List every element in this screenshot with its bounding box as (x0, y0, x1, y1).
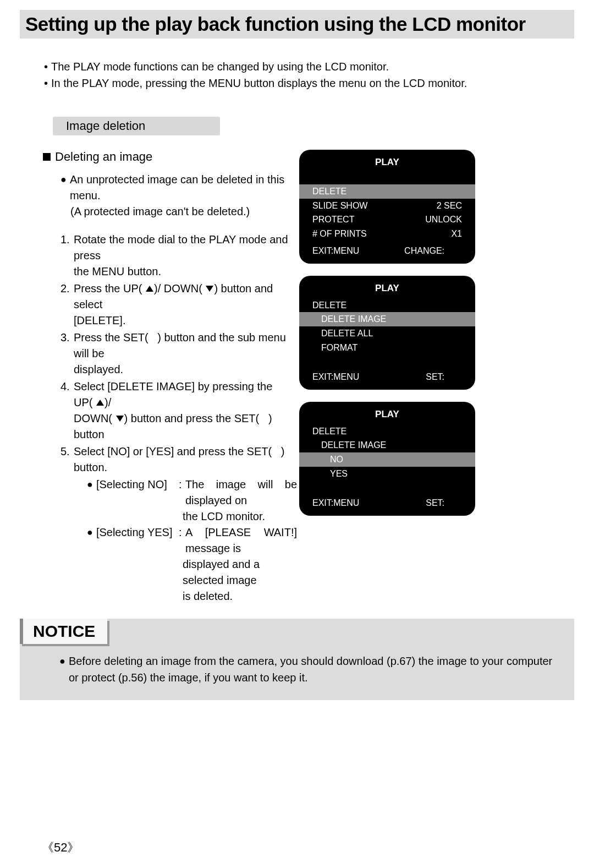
lcd-row: FORMAT (299, 341, 475, 355)
subheading: Deleting an image (43, 150, 297, 164)
up-triangle-icon (146, 286, 153, 292)
bullet-icon: ● (87, 477, 96, 509)
lcd-title: PLAY (299, 155, 475, 172)
intro-text-2: In the PLAY mode, pressing the MENU butt… (51, 75, 467, 91)
subpoint: ● An unprotected image can be deleted in… (61, 172, 297, 220)
step-text: Press the UP( )/ DOWN( ) button and sele… (74, 281, 297, 329)
step-text: Rotate the mode dial to the PLAY mode an… (74, 232, 297, 280)
up-triangle-icon (96, 400, 104, 406)
lcd-row: DELETE ALL (299, 326, 475, 341)
intro-text-1: The PLAY mode functions can be changed b… (51, 58, 389, 75)
selecting-yes: ● [Selecting YES] : A [PLEASE WAIT!] mes… (87, 525, 297, 556)
lcd-row: YES (299, 467, 475, 481)
manual-page: Setting up the play back function using … (0, 10, 594, 868)
step-number: 3. (61, 330, 74, 378)
lcd-row: PROTECTUNLOCK (299, 212, 475, 227)
step-1: 1. Rotate the mode dial to the PLAY mode… (61, 232, 297, 280)
bullet-icon: ● (87, 525, 96, 556)
selecting-no: ● [Selecting NO] : The image will be dis… (87, 477, 297, 509)
bullet-icon: • (44, 75, 51, 91)
page-number: 《52》 (42, 839, 79, 856)
section-label: Image deletion (53, 117, 220, 135)
lcd-screen-2: PLAY DELETE DELETE IMAGE DELETE ALL FORM… (299, 276, 475, 390)
left-column: Deleting an image ● An unprotected image… (0, 150, 297, 605)
intro-line-2: • In the PLAY mode, pressing the MENU bu… (44, 75, 550, 91)
intro-line-1: • The PLAY mode functions can be changed… (44, 58, 550, 75)
lcd-screen-1: PLAY DELETE SLIDE SHOW2 SEC PROTECTUNLOC… (299, 150, 475, 264)
content-row: Deleting an image ● An unprotected image… (0, 150, 594, 605)
bullet-icon: ● (59, 653, 69, 686)
step-4: 4. Select [DELETE IMAGE] by pressing the… (61, 379, 297, 443)
notice-label: NOTICE (20, 619, 107, 644)
step-2: 2. Press the UP( )/ DOWN( ) button and s… (61, 281, 297, 329)
subpoint-line-1: An unprotected image can be deleted in t… (70, 172, 297, 204)
lcd-row: SLIDE SHOW2 SEC (299, 199, 475, 213)
intro-block: • The PLAY mode functions can be changed… (44, 58, 550, 91)
page-title-bar: Setting up the play back function using … (20, 10, 574, 39)
subheading-text: Deleting an image (55, 150, 152, 164)
down-triangle-icon (206, 286, 213, 292)
step-number: 4. (61, 379, 74, 443)
lcd-row: DELETE (299, 184, 475, 199)
lcd-row: DELETE IMAGE (299, 312, 475, 326)
lcd-title: PLAY (299, 407, 475, 424)
lcd-row: NO (299, 452, 475, 467)
bullet-icon: • (44, 58, 51, 75)
square-bullet-icon (43, 153, 51, 161)
notice-bar: NOTICE (20, 619, 574, 644)
step-number: 1. (61, 232, 74, 280)
step-text: Press the SET( ) button and the sub menu… (74, 330, 297, 378)
bracket-left-icon: 《 (42, 840, 54, 854)
lcd-subheader: DELETE IMAGE (299, 438, 475, 452)
notice-text: Before deleting an image from the camera… (69, 653, 558, 686)
bracket-right-icon: 》 (67, 840, 79, 854)
lcd-footer: EXIT:MENUSET: (299, 494, 475, 511)
right-column: PLAY DELETE SLIDE SHOW2 SEC PROTECTUNLOC… (297, 150, 594, 605)
selecting-block: ● [Selecting NO] : The image will be dis… (87, 477, 297, 604)
subpoint-line-2: (A protected image can't be deleted.) (70, 204, 297, 220)
lcd-title: PLAY (299, 281, 475, 298)
step-text: Select [NO] or [YES] and press the SET( … (74, 444, 297, 604)
steps-list: 1. Rotate the mode dial to the PLAY mode… (61, 232, 297, 604)
lcd-footer: EXIT:MENUSET: (299, 368, 475, 385)
lcd-row: # OF PRINTSX1 (299, 227, 475, 241)
down-triangle-icon (116, 416, 124, 422)
step-3: 3. Press the SET( ) button and the sub m… (61, 330, 297, 378)
page-title: Setting up the play back function using … (25, 13, 574, 35)
lcd-header: DELETE (299, 298, 475, 313)
lcd-screen-3: PLAY DELETE DELETE IMAGE NO YES EXIT:MEN… (299, 402, 475, 516)
step-text: Select [DELETE IMAGE] by pressing the UP… (74, 379, 297, 443)
lcd-footer: EXIT:MENUCHANGE: (299, 242, 475, 259)
step-5: 5. Select [NO] or [YES] and press the SE… (61, 444, 297, 604)
bullet-icon: ● (61, 172, 70, 204)
lcd-header: DELETE (299, 424, 475, 439)
step-number: 5. (61, 444, 74, 604)
notice-body: ● Before deleting an image from the came… (20, 644, 574, 700)
step-number: 2. (61, 281, 74, 329)
